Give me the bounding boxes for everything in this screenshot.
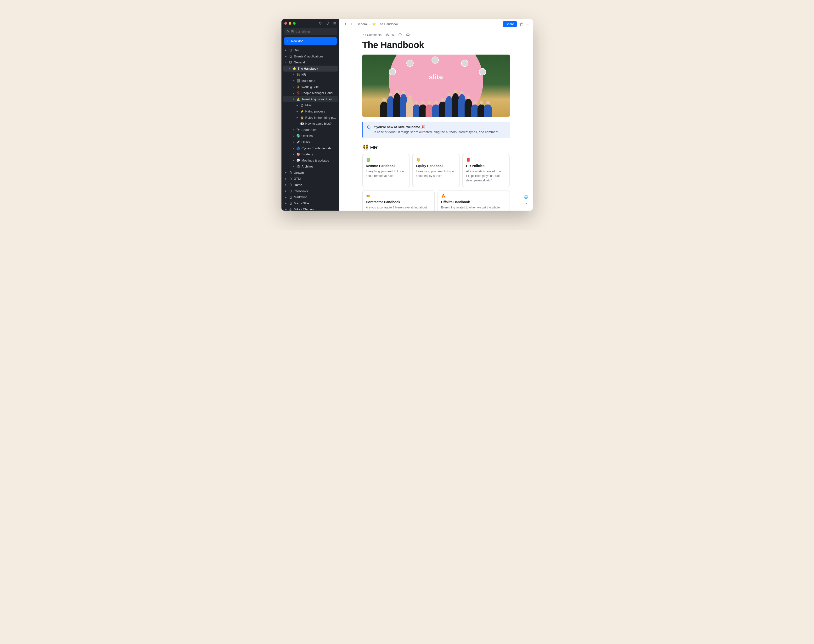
item-emoji: 💬 bbox=[296, 159, 300, 163]
chevron-icon[interactable]: ▶ bbox=[293, 159, 295, 162]
chevron-icon[interactable]: ▶ bbox=[293, 129, 295, 131]
card-emoji: 🔥 bbox=[441, 194, 506, 198]
share-button[interactable]: Share bbox=[503, 21, 517, 27]
new-doc-button[interactable]: New doc bbox=[284, 37, 337, 45]
chevron-icon[interactable]: ▼ bbox=[285, 61, 287, 64]
page-icon bbox=[289, 196, 293, 199]
chevron-icon[interactable]: ▼ bbox=[289, 67, 291, 70]
sidebar-item[interactable]: 👀How to avoid bias? bbox=[283, 121, 338, 127]
chevron-icon[interactable]: ▼ bbox=[293, 98, 295, 101]
card[interactable]: 🔥 Offslite Handbook Everything related t… bbox=[437, 190, 510, 211]
chevron-icon[interactable]: ▶ bbox=[285, 178, 287, 180]
card-grid-3: 📗 Remote Handbook Everything you need to… bbox=[362, 154, 510, 187]
present-icon[interactable] bbox=[406, 33, 410, 37]
sidebar-item[interactable]: ▶Events & applications bbox=[283, 54, 338, 60]
hero-logo-text: slite bbox=[429, 73, 443, 81]
card[interactable]: 📗 Remote Handbook Everything you need to… bbox=[362, 154, 409, 187]
sidebar-item[interactable]: ▶Max x Slite bbox=[283, 200, 338, 207]
chevron-icon[interactable]: ▶ bbox=[285, 190, 287, 192]
chevron-icon[interactable]: ▶ bbox=[296, 110, 299, 113]
sidebar-item[interactable]: ▶Growth bbox=[283, 170, 338, 176]
chevron-icon[interactable]: ▶ bbox=[285, 208, 287, 211]
sidebar-item[interactable]: ▶🌀Cycles Fundamentals bbox=[283, 145, 338, 152]
sidebar-item[interactable]: ▶📓Must read bbox=[283, 78, 338, 84]
views-counter[interactable]: 35 bbox=[386, 33, 394, 37]
chevron-icon[interactable]: ▶ bbox=[293, 135, 295, 137]
item-emoji: ⚡ bbox=[300, 110, 304, 113]
chevron-icon[interactable]: ▶ bbox=[293, 141, 295, 143]
sidebar-item[interactable]: ▶Misc bbox=[283, 102, 338, 109]
search-field[interactable] bbox=[291, 30, 334, 33]
new-doc-label: New doc bbox=[291, 39, 304, 43]
breadcrumb-current[interactable]: The Handbook bbox=[378, 22, 398, 26]
chevron-icon[interactable]: ▶ bbox=[293, 166, 295, 168]
sidebar-item[interactable]: ▼🧑‍💼Talent Acquisition Handbook bbox=[283, 96, 338, 103]
sidebar-item[interactable]: ▶Marketing bbox=[283, 194, 338, 200]
sidebar-item[interactable]: ▶💬Meetings & updates bbox=[283, 158, 338, 164]
card[interactable]: 🤝 Contractor Handbook Are you a contract… bbox=[362, 190, 435, 211]
chevron-icon[interactable]: ▶ bbox=[296, 116, 299, 119]
history-icon[interactable] bbox=[398, 33, 402, 37]
help-icon[interactable]: ? bbox=[524, 201, 529, 206]
breadcrumb-parent[interactable]: General bbox=[357, 22, 368, 26]
card[interactable]: 📕 HR Policies All information related to… bbox=[462, 154, 510, 187]
sidebar-item-label: The Handbook bbox=[298, 67, 337, 71]
sidebar-item[interactable]: ▶✨Work @Slite bbox=[283, 84, 338, 90]
sidebar-item[interactable]: ▶🔭About Slite bbox=[283, 127, 338, 133]
chevron-icon[interactable]: ▶ bbox=[293, 80, 295, 82]
chevron-icon[interactable]: ▶ bbox=[285, 171, 287, 174]
sidebar-item[interactable]: ▶👯HR bbox=[283, 72, 338, 78]
sidebar-item-label: Growth bbox=[294, 171, 337, 175]
chevron-icon[interactable]: ▶ bbox=[285, 196, 287, 199]
sidebar-item[interactable]: ▶Dev bbox=[283, 47, 338, 54]
sidebar-item[interactable]: ▼⭐The Handbook bbox=[283, 66, 338, 72]
chevron-icon[interactable]: ▶ bbox=[293, 86, 295, 88]
sidebar-item-label: Work @Slite bbox=[302, 85, 337, 89]
sidebar-item-label: Talent Acquisition Handbook bbox=[302, 97, 337, 101]
search-input[interactable] bbox=[284, 28, 337, 35]
sidebar-item[interactable]: ▶Mike / Clément bbox=[283, 206, 338, 211]
item-emoji: 👀 bbox=[300, 122, 304, 126]
chevron-icon[interactable]: ▶ bbox=[293, 92, 295, 95]
chevron-icon[interactable]: ▶ bbox=[285, 55, 287, 58]
collapse-sidebar-icon[interactable] bbox=[333, 21, 337, 25]
sidebar-item[interactable]: ▶🗄️Archives bbox=[283, 164, 338, 170]
forward-button[interactable] bbox=[349, 21, 354, 27]
svg-point-6 bbox=[527, 24, 527, 24]
close-window-icon[interactable] bbox=[284, 22, 287, 25]
back-button[interactable] bbox=[343, 21, 348, 27]
chevron-icon[interactable]: ▶ bbox=[293, 74, 295, 76]
chevron-icon[interactable]: ▶ bbox=[285, 202, 287, 205]
sidebar-item[interactable]: ▶Interviews bbox=[283, 188, 338, 194]
sidebar-item[interactable]: ▶GTM bbox=[283, 176, 338, 182]
star-icon[interactable] bbox=[520, 22, 523, 26]
sidebar-item[interactable]: ▶🌎Offslites bbox=[283, 133, 338, 139]
chevron-icon[interactable]: ▶ bbox=[293, 147, 295, 150]
sidebar-item[interactable]: ▶💃People Manager Handbook bbox=[283, 90, 338, 96]
card-desc: Everything you need to know about equity… bbox=[416, 169, 456, 178]
chevron-icon[interactable]: ▶ bbox=[285, 49, 287, 51]
minimize-window-icon[interactable] bbox=[289, 22, 291, 25]
comments-button[interactable]: Comments bbox=[362, 33, 382, 37]
comments-label: Comments bbox=[367, 33, 382, 37]
bell-icon[interactable] bbox=[326, 21, 330, 25]
more-icon[interactable] bbox=[526, 22, 529, 26]
sidebar-item[interactable]: ▶💉OKRs bbox=[283, 139, 338, 145]
chevron-icon[interactable]: ▶ bbox=[296, 104, 299, 107]
item-emoji: 🧑‍💼 bbox=[300, 116, 304, 120]
item-emoji: 🧑‍💼 bbox=[296, 97, 300, 101]
tag-icon[interactable] bbox=[319, 21, 323, 25]
maximize-window-icon[interactable] bbox=[293, 22, 296, 25]
sidebar-item[interactable]: ▶🧑‍💼Roles in the hiring process bbox=[283, 115, 338, 121]
chevron-icon[interactable]: ▶ bbox=[285, 184, 287, 186]
sidebar-item[interactable]: ▶🎯Strategy bbox=[283, 151, 338, 158]
main-area: General / ⭐ The Handbook Share Comments bbox=[339, 19, 533, 211]
card-grid-2: 🤝 Contractor Handbook Are you a contract… bbox=[362, 190, 510, 211]
sidebar-item[interactable]: ▶⚡Hiring process bbox=[283, 109, 338, 115]
sidebar-item[interactable]: ▼General bbox=[283, 59, 338, 66]
chevron-icon[interactable]: ▶ bbox=[293, 153, 295, 156]
card[interactable]: 👋 Equity Handbook Everything you need to… bbox=[412, 154, 460, 187]
traffic-lights[interactable] bbox=[284, 22, 296, 25]
globe-icon[interactable]: 🌐 bbox=[524, 194, 529, 199]
sidebar-item[interactable]: ▶Home bbox=[283, 182, 338, 188]
